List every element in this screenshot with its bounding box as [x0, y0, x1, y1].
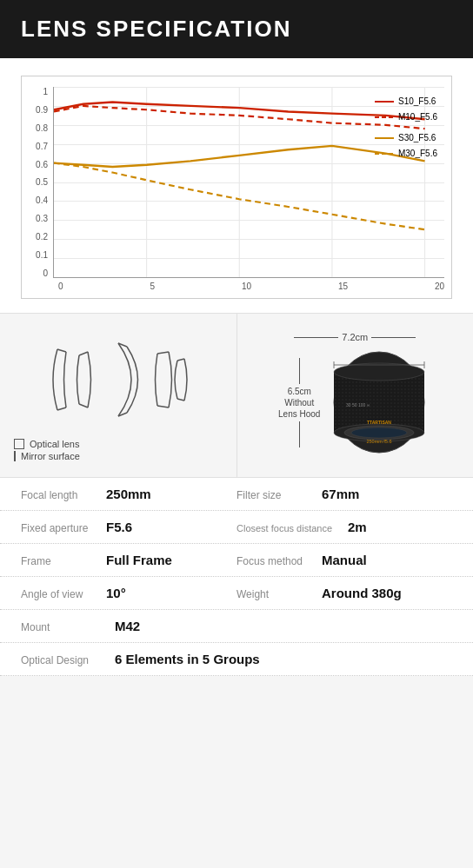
spec-row-optical-design: Optical Design 6 Elements in 5 Groups	[0, 643, 473, 676]
height-dim-label: 6.5cm Without Lens Hood	[278, 386, 320, 420]
optical-lens-icon	[14, 439, 24, 449]
chart-body: S10_F5.6 M10_F5.6 S30_F5.6 M30_F5.6	[53, 87, 444, 278]
width-dim-left	[294, 337, 338, 338]
width-dim-label: 7.2cm	[342, 332, 368, 342]
legend-m30-label: M30_F5.6	[398, 146, 437, 162]
svg-line-12	[177, 359, 184, 361]
x-label-10: 10	[242, 282, 251, 291]
y-label-5: 0.5	[36, 177, 48, 187]
svg-text:30 50 100 ∞: 30 50 100 ∞	[346, 402, 370, 407]
lens-photo-svg: 30 50 100 ∞ TTARTISAN 250mm f5.6	[327, 346, 431, 459]
mount-label: Mount	[21, 621, 108, 633]
page-title: LENS SPECIFICATION	[21, 16, 452, 43]
frame-label: Frame	[21, 555, 99, 567]
y-label-1: 0.1	[36, 250, 48, 260]
y-label-9: 0.9	[36, 105, 48, 115]
diagram-legend: Optical lens Mirror surface	[14, 439, 223, 463]
legend-m10: M10_F5.6	[375, 109, 437, 125]
chart-section: 1 0.9 0.8 0.7 0.6 0.5 0.4 0.3 0.2 0.1 0	[0, 58, 473, 314]
svg-line-7	[79, 404, 88, 407]
chart-legend: S10_F5.6 M10_F5.6 S30_F5.6 M30_F5.6	[375, 94, 437, 162]
svg-line-4	[57, 349, 66, 352]
filter-size-label: Filter size	[236, 489, 315, 501]
chart-area: 1 0.9 0.8 0.7 0.6 0.5 0.4 0.3 0.2 0.1 0	[29, 87, 444, 278]
y-label-0: 0	[43, 268, 48, 278]
spec-filter-size: Filter size 67mm	[236, 487, 452, 501]
angle-value: 10°	[106, 586, 126, 600]
y-axis: 1 0.9 0.8 0.7 0.6 0.5 0.4 0.3 0.2 0.1 0	[29, 87, 53, 278]
closest-focus-value: 2m	[348, 520, 367, 534]
y-label-6: 0.6	[36, 160, 48, 169]
svg-line-5	[57, 407, 66, 410]
spec-focus-method: Focus method Manual	[236, 553, 452, 567]
optical-lens-label: Optical lens	[30, 439, 79, 449]
x-axis: 0 5 10 15 20	[29, 282, 444, 291]
legend-optical-lens: Optical lens	[14, 439, 223, 449]
legend-mirror-surface: Mirror surface	[14, 451, 223, 461]
chart-container: 1 0.9 0.8 0.7 0.6 0.5 0.4 0.3 0.2 0.1 0	[21, 76, 452, 299]
weight-value: Around 380g	[322, 586, 402, 600]
svg-line-6	[79, 352, 88, 355]
frame-value: Full Frame	[106, 553, 172, 567]
legend-m30: M30_F5.6	[375, 146, 437, 162]
angle-label: Angle of view	[21, 588, 99, 600]
spec-weight: Weight Around 380g	[236, 586, 452, 600]
focal-length-value: 250mm	[106, 487, 151, 501]
svg-line-10	[157, 352, 169, 354]
y-label-7: 0.7	[36, 142, 48, 151]
width-dim: 7.2cm	[294, 332, 416, 342]
optical-design-label: Optical Design	[21, 654, 108, 666]
focal-length-label: Focal length	[21, 489, 99, 501]
spec-row-3: Frame Full Frame Focus method Manual	[0, 544, 473, 577]
height-dim-line-bottom	[299, 421, 300, 447]
page-header: LENS SPECIFICATION	[0, 0, 473, 58]
spec-row-2: Fixed aperture F5.6 Closest focus distan…	[0, 511, 473, 544]
y-label-8: 0.8	[36, 123, 48, 133]
svg-text:TTARTISAN: TTARTISAN	[367, 420, 391, 425]
legend-m10-label: M10_F5.6	[398, 109, 437, 125]
x-label-5: 5	[150, 282, 155, 291]
focus-method-label: Focus method	[236, 555, 315, 567]
y-label-4: 0.4	[36, 195, 48, 205]
spec-frame: Frame Full Frame	[21, 553, 236, 567]
legend-s30-label: S30_F5.6	[398, 130, 436, 146]
height-dim: 6.5cm Without Lens Hood	[278, 358, 320, 447]
legend-m30-line	[375, 153, 394, 155]
y-label-10: 1	[43, 87, 48, 96]
diagram-section: Optical lens Mirror surface 7.2cm 6.5cm …	[0, 314, 473, 478]
spec-row-4: Angle of view 10° Weight Around 380g	[0, 577, 473, 610]
specs-table: Focal length 250mm Filter size 67mm Fixe…	[0, 478, 473, 676]
legend-s10-label: S10_F5.6	[398, 94, 436, 109]
svg-point-19	[334, 363, 424, 381]
x-label-15: 15	[338, 282, 348, 291]
legend-s30-line	[375, 137, 394, 139]
mount-value: M42	[115, 619, 140, 633]
closest-focus-label: Closest focus distance	[236, 523, 341, 533]
spec-aperture: Fixed aperture F5.6	[21, 520, 236, 534]
x-label-0: 0	[58, 282, 63, 291]
spec-angle: Angle of view 10°	[21, 586, 236, 600]
legend-s10-line	[375, 101, 394, 103]
camera-visual-row: 6.5cm Without Lens Hood	[278, 346, 431, 459]
svg-line-11	[157, 406, 169, 407]
optical-design-value: 6 Elements in 5 Groups	[115, 652, 260, 666]
mirror-surface-label: Mirror surface	[21, 451, 80, 461]
filter-size-value: 67mm	[322, 487, 359, 501]
lens-diagram: Optical lens Mirror surface	[0, 314, 237, 477]
y-label-3: 0.3	[36, 214, 48, 223]
aperture-label: Fixed aperture	[21, 522, 99, 534]
focus-method-value: Manual	[322, 553, 367, 567]
weight-label: Weight	[236, 588, 315, 600]
y-label-2: 0.2	[36, 232, 48, 242]
lens-optical-svg	[31, 328, 205, 432]
lens-svg-area	[14, 328, 223, 432]
legend-s10: S10_F5.6	[375, 94, 437, 109]
spec-closest-focus: Closest focus distance 2m	[236, 520, 452, 534]
legend-m10-line	[375, 116, 394, 118]
width-dim-right	[371, 337, 416, 338]
spec-focal-length: Focal length 250mm	[21, 487, 236, 501]
mirror-surface-icon	[14, 451, 16, 461]
svg-text:250mm f5.6: 250mm f5.6	[367, 439, 392, 444]
aperture-value: F5.6	[106, 520, 132, 534]
svg-point-22	[351, 427, 407, 438]
